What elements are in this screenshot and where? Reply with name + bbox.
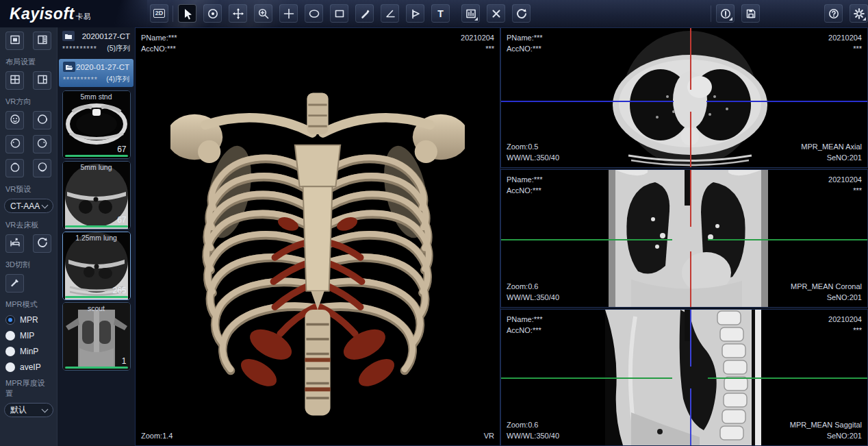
scalpel-icon [9,276,21,290]
layout-grid-2x2-button[interactable] [5,71,24,90]
cobb-angle-button[interactable] [406,4,424,23]
crosshair-vertical-red[interactable] [690,28,691,90]
vr-direction-label: VR方向 [0,95,57,111]
toolbar: 2D T [150,4,531,23]
toolbar-separator-right [711,5,711,22]
pencil-icon [359,8,371,20]
crosshair-horizontal-blue[interactable] [501,101,674,102]
rect-roi-button[interactable] [330,4,348,23]
head-left-button[interactable] [5,135,24,153]
coronal-zoom-overlay: Zoom:0.6 WW/WL:350/40 [507,281,559,303]
view-name-text: MPR_MEAN Coronal [791,281,862,292]
viewport-sagittal[interactable]: PName:*** AccNO:*** 20210204 *** Zoom:0.… [500,309,868,446]
crosshair-vertical-blue[interactable] [690,310,691,367]
crosshair-vertical-red[interactable] [690,251,691,307]
thumbnail-count: 67 [117,145,126,154]
study-item[interactable]: 20200127-CT ********** (5)序列 [58,27,135,58]
vr-direction-row2 [0,135,57,153]
head-inferior-button[interactable] [33,159,51,177]
viewport-vr[interactable]: PName:*** AccNO:*** 20210204 *** Zoom:1.… [135,27,500,446]
radio-selected-icon [5,315,15,325]
series-thumbnail-scout[interactable]: scout 1 [62,302,131,371]
study-item-selected[interactable]: 2020-01-27-CT ********** (4)序列 [59,59,133,87]
masked-id-text: *** [828,43,862,54]
head-left-icon [9,137,21,151]
settings-button[interactable] [850,4,868,23]
pan-button[interactable] [229,4,247,23]
crosshair-horizontal-green[interactable] [501,239,672,240]
vr-date-overlay: 20210204 *** [461,32,494,54]
sagittal-zoom-overlay: Zoom:0.6 WW/WL:350/40 [507,419,559,441]
cut-3d-label: 3D切割 [0,258,57,274]
crosshair-vertical-blue[interactable] [690,388,691,445]
seno-text: SeNO:201 [791,292,862,303]
study-date-text: 20210204 [828,174,862,185]
info-button[interactable] [716,4,735,23]
save-button[interactable] [741,4,760,23]
folder-icon [62,31,75,41]
mpr-mode-label: MPR模式 [0,298,57,314]
crosshair-vertical-red[interactable] [690,170,691,227]
axial-patient-overlay: PName:*** AccNO:*** [507,32,543,54]
layout-buttons [0,71,57,90]
zoom-tool-button[interactable] [254,4,272,23]
remove-bed-button[interactable] [5,234,24,253]
layout-1-2-button[interactable] [33,71,51,90]
series-thumbnail-5mm-lung[interactable]: 5mm lung 67 [62,161,131,230]
help-icon [828,8,840,20]
ellipse-roi-button[interactable] [305,4,323,23]
mpr-option-minp[interactable]: MinP [0,345,57,358]
crosshair-vertical-red[interactable] [690,112,691,167]
pointer-icon [181,8,194,20]
series-thumbnail-125mm-lung[interactable]: 1.25mm lung 265 [62,232,131,300]
crosshair-horizontal-green[interactable] [501,377,672,379]
viewport-coronal[interactable]: PName:*** AccNO:*** 20210204 *** Zoom:0.… [500,169,868,308]
vr-preset-select[interactable]: CT-AAA [4,199,53,213]
mpr-option-mip[interactable]: MIP [0,330,57,342]
crosshair-tool-button[interactable] [279,4,298,23]
rotate-reset-icon [515,8,528,20]
coronal-patient-overlay: PName:*** AccNO:*** [507,174,543,196]
vr-type-overlay: VR [484,430,494,441]
mpr-thickness-select[interactable]: 默认 [4,403,53,417]
text-annotation-button[interactable]: T [431,4,450,23]
window-level-button[interactable] [203,4,222,23]
histogram-button[interactable] [461,4,480,23]
thumbnail-label: scout [63,304,130,312]
head-anterior-button[interactable] [5,111,24,129]
head-posterior-button[interactable] [33,111,51,129]
crosshair-horizontal-green[interactable] [708,377,867,379]
viewport-axial[interactable]: PName:*** AccNO:*** 20210204 *** Zoom:0.… [500,27,868,168]
pname-text: PName:*** [507,174,543,185]
crosshair-horizontal-green[interactable] [708,239,867,240]
sidebar-top-buttons [0,32,57,50]
delete-annotation-button[interactable] [487,4,505,23]
head-superior-button[interactable] [5,159,24,177]
reset-bed-button[interactable] [33,234,51,253]
mpr-option-label: MIP [20,331,34,340]
head-right-button[interactable] [33,135,51,153]
mpr-thickness-label: MPR厚度设置 [0,377,57,403]
layout-2d-button[interactable]: 2D [150,4,168,23]
vr-preset-label: VR预设 [0,183,57,199]
mpr-option-aveip[interactable]: aveIP [0,361,57,373]
pencil-measure-button[interactable] [355,4,374,23]
angle-measure-button[interactable] [381,4,399,23]
layout-report-button[interactable] [33,32,51,50]
scalpel-button[interactable] [5,274,24,293]
sagittal-date-overlay: 20210204 *** [828,314,862,336]
help-button[interactable] [824,4,843,23]
thumbnail-progress [65,367,128,369]
layout-single-button[interactable] [5,32,24,50]
crosshair-icon [283,8,295,20]
magnifier-icon [257,8,270,20]
crosshair-horizontal-blue[interactable] [706,101,867,102]
series-thumbnail-5mm-stnd[interactable]: 5mm stnd 67 [62,90,131,159]
reset-button[interactable] [512,4,531,23]
sagittal-series-overlay: MPR_MEAN Saggital SeNO:201 [790,419,862,441]
save-icon [745,8,757,20]
vr-direction-row1 [0,111,57,129]
mpr-option-mpr[interactable]: MPR [0,314,57,326]
pointer-tool-button[interactable] [178,4,196,23]
head-superior-icon [9,161,21,175]
